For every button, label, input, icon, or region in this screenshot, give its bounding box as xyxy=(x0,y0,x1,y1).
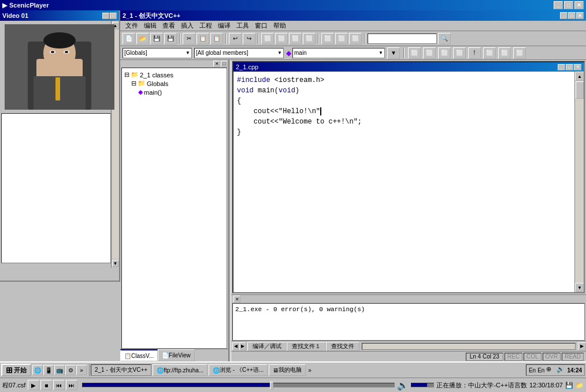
nav-btn8[interactable]: ⬜ xyxy=(513,47,526,59)
code-max-btn[interactable]: □ xyxy=(566,64,573,70)
bottom-icon2[interactable]: 📁 xyxy=(576,382,584,389)
nav-btn5[interactable]: ! xyxy=(468,47,481,59)
maximize-button[interactable]: □ xyxy=(564,1,573,9)
func-dropdown[interactable]: main▼ xyxy=(292,48,385,58)
search-btn[interactable]: 🔍 xyxy=(438,33,451,44)
ide-toolbar-2: [Globals]▼ [All global members]▼ ◆ main▼… xyxy=(120,46,586,60)
ide-maximize-btn[interactable]: □ xyxy=(568,12,576,19)
globals-dropdown[interactable]: [Globals]▼ xyxy=(123,48,192,58)
nav-btn3[interactable]: ⬜ xyxy=(438,47,451,59)
tab-scroll-right-btn[interactable]: ▶ xyxy=(239,342,246,350)
btn6[interactable]: ⬜ xyxy=(335,33,348,44)
nav-btn4[interactable]: ⬜ xyxy=(453,47,466,59)
nav-btn1[interactable]: ⬜ xyxy=(408,47,421,59)
quick-ie[interactable]: 🌐 xyxy=(32,365,43,375)
code-editor[interactable]: #include <iostream.h> void main(void) { … xyxy=(233,72,574,292)
cut-btn[interactable]: ✂ xyxy=(183,33,195,44)
ide-menu-tools[interactable]: 工具 xyxy=(233,21,252,31)
vscroll-thumb[interactable] xyxy=(576,81,584,99)
taskbar-ftp-btn[interactable]: 🌐 ftp://ftp.zhuha... xyxy=(153,364,207,376)
quick-4[interactable]: ⚙ xyxy=(65,365,76,375)
video-scroll-down[interactable]: ▼ xyxy=(112,260,119,267)
tree-root-item[interactable]: ⊟ 📁 2_1 classes xyxy=(124,70,224,79)
code-close-btn[interactable]: ✕ xyxy=(574,64,581,70)
open-file-btn[interactable]: 📂 xyxy=(136,33,149,44)
minimize-button[interactable]: _ xyxy=(554,1,563,9)
tray-icon2[interactable]: 🔊 xyxy=(557,365,566,375)
vscroll-up-btn[interactable]: ▲ xyxy=(575,72,584,81)
search-input[interactable] xyxy=(368,33,437,44)
paste-btn[interactable]: 📋 xyxy=(210,33,223,44)
ide-menu-compile[interactable]: 编译 xyxy=(215,21,233,31)
dropdown-btn1[interactable]: ▼ xyxy=(387,47,400,59)
vscroll-down-btn[interactable]: ▼ xyxy=(575,283,584,292)
ide-menu-file[interactable]: 文件 xyxy=(123,21,141,31)
code-window: 2_1.cpp _ □ ✕ #include <iostream.h> void… xyxy=(232,61,585,293)
btn1[interactable]: ⬜ xyxy=(261,33,274,44)
nav-btn7[interactable]: ⬜ xyxy=(498,47,511,59)
save-all-btn[interactable]: 💾 xyxy=(164,33,177,44)
btn2[interactable]: ⬜ xyxy=(275,33,288,44)
undo-btn[interactable]: ↩ xyxy=(229,33,242,44)
tree-globals-item[interactable]: ⊟ 📁 Globals xyxy=(124,79,224,88)
btn4[interactable]: ⬜ xyxy=(303,33,316,44)
classview-tab[interactable]: 📋 ClassV... xyxy=(120,349,158,361)
btn3[interactable]: ⬜ xyxy=(289,33,302,44)
taskbar-mycomputer-btn[interactable]: 🖥 我的电脑 xyxy=(269,364,306,376)
btn5[interactable]: ⬜ xyxy=(321,33,334,44)
ide-close-btn[interactable]: ✕ xyxy=(576,12,584,19)
quick-2[interactable]: 📱 xyxy=(43,365,54,375)
nav-btn6[interactable]: ⬜ xyxy=(483,47,496,59)
output-tab-find1[interactable]: 查找文件１ xyxy=(287,342,326,351)
code-min-btn[interactable]: _ xyxy=(558,64,565,70)
code-title-buttons: _ □ ✕ xyxy=(558,64,581,70)
taskbar-more-btn[interactable]: » xyxy=(307,367,313,374)
stop-btn[interactable]: ■ xyxy=(40,380,52,390)
start-button[interactable]: ⊞ 开始 xyxy=(1,364,31,376)
ide-minimize-btn[interactable]: _ xyxy=(560,12,568,19)
cursor-block xyxy=(320,107,321,115)
output-close-btn[interactable]: ✕ xyxy=(233,296,240,303)
copy-btn[interactable]: 📋 xyxy=(196,33,209,44)
output-hscroll-btn[interactable]: ▶ xyxy=(578,342,586,350)
ide-menu-window[interactable]: 窗口 xyxy=(252,21,270,31)
quick-3[interactable]: 📺 xyxy=(54,365,65,375)
video-minimize-btn[interactable]: _ xyxy=(102,13,109,19)
tree-globals-label: Globals xyxy=(147,80,168,87)
ide-menu-edit[interactable]: 编辑 xyxy=(141,21,160,31)
tree-main-item[interactable]: ◆ main() xyxy=(124,88,224,96)
output-text: 2_1.exe - 0 error(s), 0 warning(s) xyxy=(235,306,582,313)
rewind-btn[interactable]: ⏮ xyxy=(53,380,65,390)
output-tab-find2[interactable]: 查找文件 xyxy=(326,342,359,351)
cout1: cout<<"Hello!\n" xyxy=(254,107,320,115)
taskbar-browse-btn[interactable]: 🌐 浏览 - 《C++语... xyxy=(209,364,268,376)
output-tab-compile[interactable]: 编译／调试 xyxy=(247,342,287,351)
fileview-tab[interactable]: 📄 FileView xyxy=(158,349,195,361)
video-maximize-btn[interactable]: □ xyxy=(110,13,117,19)
play-btn[interactable]: ▶ xyxy=(28,380,39,390)
bottom-icon1[interactable]: 💾 xyxy=(565,382,573,389)
btn7[interactable]: ⬜ xyxy=(349,33,362,44)
ide-menu-help[interactable]: 帮助 xyxy=(270,21,289,31)
ide-menu-project[interactable]: 工程 xyxy=(196,21,215,31)
progress-thumb[interactable] xyxy=(270,382,273,390)
tab-scroll-left-btn[interactable]: ◀ xyxy=(232,342,239,350)
quick-5[interactable]: » xyxy=(76,365,87,375)
redo-btn[interactable]: ↪ xyxy=(243,33,255,44)
fast-forward-btn[interactable]: ⏭ xyxy=(66,380,77,390)
volume-bar[interactable] xyxy=(411,383,434,387)
save-btn[interactable]: 💾 xyxy=(150,33,163,44)
nav-btn2[interactable]: ⬜ xyxy=(423,47,436,59)
ide-menu-insert[interactable]: 插入 xyxy=(178,21,196,31)
volume-icon[interactable]: 🔊 xyxy=(397,380,409,391)
tray-icon1[interactable]: ⊕ xyxy=(546,365,555,375)
progress-bar[interactable] xyxy=(82,383,395,387)
taskbar-ide-btn[interactable]: 2_1 - 创天中文VC++ xyxy=(91,364,151,376)
members-dropdown[interactable]: [All global members]▼ xyxy=(194,48,284,58)
tree-max-btn[interactable]: □ xyxy=(221,61,228,67)
close-button[interactable]: ✕ xyxy=(574,1,584,9)
ide-menu-view[interactable]: 查看 xyxy=(160,21,178,31)
new-file-btn[interactable]: 📄 xyxy=(123,33,135,44)
lang-btn[interactable]: En xyxy=(537,367,545,374)
tree-close-btn[interactable]: ✕ xyxy=(213,61,220,67)
